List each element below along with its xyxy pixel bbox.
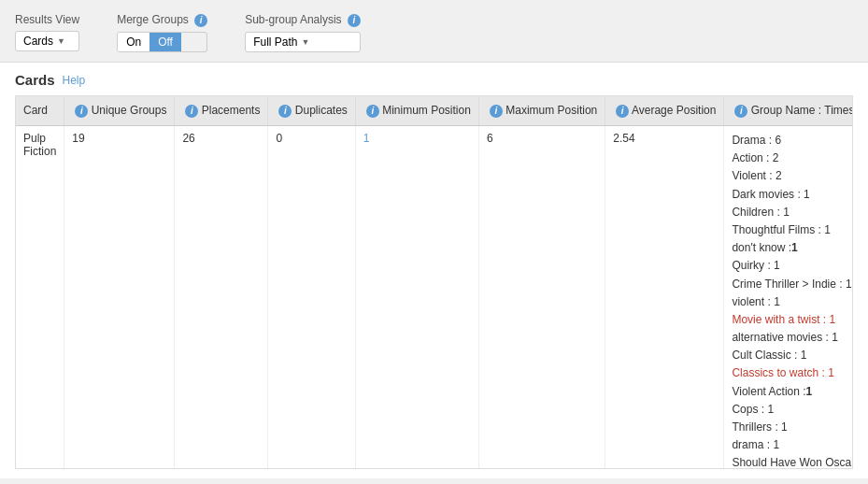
list-item: Dark movies : 1 (732, 186, 853, 204)
th-max-position: i Maximum Position (478, 96, 605, 126)
th-avg-position-icon[interactable]: i (616, 105, 629, 118)
list-item: Violent Action :1 (732, 383, 853, 401)
main-content: Cards Help Card i Unique Groups i Placem… (0, 63, 868, 478)
list-item: Cult Classic : 1 (732, 347, 853, 364)
th-avg-position: i Average Position (605, 96, 724, 126)
th-duplicates-icon[interactable]: i (278, 105, 292, 118)
th-duplicates-label: Duplicates (295, 104, 348, 117)
th-min-position-label: Minimum Position (382, 104, 471, 117)
th-min-position-icon[interactable]: i (366, 105, 379, 118)
subgroup-analysis-arrow-icon: ▼ (302, 37, 310, 47)
cell-max-position: 6 (478, 126, 605, 470)
table-row: Pulp Fiction19260162.54Drama : 6Action :… (16, 126, 853, 470)
bold-count: 1 (791, 241, 798, 254)
th-placements: i Placements (175, 96, 268, 126)
list-item: violent : 1 (732, 293, 853, 311)
results-view-label: Results View (15, 13, 79, 26)
merge-groups-info-icon[interactable]: i (194, 14, 207, 27)
list-item: Should Have Won Oscar : 1 (732, 454, 853, 469)
section-header: Cards Help (15, 72, 853, 88)
section-title: Cards (15, 72, 55, 88)
table-body: Pulp Fiction19260162.54Drama : 6Action :… (16, 126, 853, 470)
list-item: Crime Thriller > Indie : 1 (732, 276, 853, 293)
cell-min-position: 1 (355, 126, 478, 470)
subgroup-analysis-info-icon[interactable]: i (348, 14, 361, 27)
results-view-control: Results View Cards ▼ (15, 13, 79, 51)
list-item: Violent : 2 (732, 167, 853, 185)
list-item: Movie with a twist : 1 (732, 311, 853, 329)
list-item: drama : 1 (732, 436, 853, 454)
list-item: Action : 2 (732, 149, 853, 167)
min-position-value: 1 (363, 132, 370, 145)
list-item: Quirky : 1 (732, 257, 853, 275)
list-item: alternative movies : 1 (732, 329, 853, 347)
th-unique-groups-label: Unique Groups (92, 104, 167, 117)
th-min-position: i Minimum Position (355, 96, 478, 126)
cell-group-names: Drama : 6Action : 2Violent : 2Dark movie… (724, 126, 853, 470)
th-group-names-label: Group Name : Times Used (751, 104, 853, 117)
cell-unique-groups: 19 (64, 126, 175, 470)
th-group-names: i Group Name : Times Used (724, 96, 853, 126)
list-item: Drama : 6 (732, 132, 853, 149)
cell-card: Pulp Fiction (16, 126, 64, 470)
subgroup-analysis-dropdown[interactable]: Full Path ▼ (245, 32, 361, 52)
th-placements-label: Placements (202, 104, 261, 117)
help-link[interactable]: Help (63, 74, 86, 87)
merge-groups-toggle: On Off (117, 32, 207, 52)
list-item: don't know :1 (732, 239, 853, 257)
th-card-label: Card (23, 104, 48, 117)
th-avg-position-label: Average Position (632, 104, 717, 117)
list-item: Cops : 1 (732, 401, 853, 419)
list-item: Classics to watch : 1 (732, 364, 853, 382)
list-item: Children : 1 (732, 204, 853, 221)
subgroup-analysis-value: Full Path (253, 36, 297, 49)
th-card: Card (16, 96, 64, 126)
th-group-names-icon[interactable]: i (734, 105, 747, 118)
cell-duplicates: 0 (268, 126, 355, 470)
cell-placements: 26 (175, 126, 268, 470)
th-unique-groups-icon[interactable]: i (75, 105, 88, 118)
table-container[interactable]: Card i Unique Groups i Placements i Dupl… (15, 95, 853, 469)
top-bar: Results View Cards ▼ Merge Groups i On O… (0, 0, 868, 63)
cell-avg-position: 2.54 (605, 126, 724, 470)
merge-groups-control: Merge Groups i On Off (117, 13, 207, 52)
results-view-value: Cards (23, 35, 53, 48)
merge-groups-off-button[interactable]: Off (149, 33, 181, 51)
merge-groups-on-button[interactable]: On (118, 33, 149, 51)
list-item: Thoughtful Films : 1 (732, 221, 853, 239)
results-view-dropdown[interactable]: Cards ▼ (15, 31, 79, 51)
list-item: Thrillers : 1 (732, 419, 853, 436)
group-name-list: Drama : 6Action : 2Violent : 2Dark movie… (732, 132, 853, 469)
th-duplicates: i Duplicates (268, 96, 355, 126)
th-max-position-label: Maximum Position (505, 104, 597, 117)
subgroup-analysis-control: Sub-group Analysis i Full Path ▼ (245, 13, 361, 52)
subgroup-analysis-label: Sub-group Analysis i (245, 13, 361, 27)
results-view-arrow-icon: ▼ (57, 36, 65, 46)
bold-count: 1 (806, 385, 813, 398)
table-header: Card i Unique Groups i Placements i Dupl… (16, 96, 853, 126)
th-max-position-icon[interactable]: i (490, 105, 503, 118)
results-table: Card i Unique Groups i Placements i Dupl… (16, 96, 853, 469)
th-placements-icon[interactable]: i (185, 105, 198, 118)
th-unique-groups: i Unique Groups (64, 96, 175, 126)
merge-groups-label: Merge Groups i (117, 13, 207, 27)
